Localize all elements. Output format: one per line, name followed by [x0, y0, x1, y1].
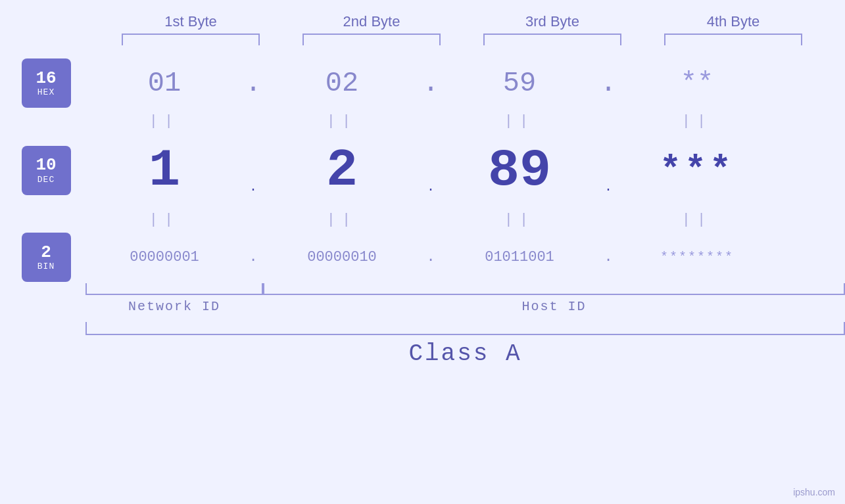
eq1-b1: ||	[85, 113, 243, 129]
network-bracket	[85, 283, 263, 295]
eq1-b4: ||	[618, 113, 776, 129]
badges-column: 16 HEX 10 DEC 2 BIN	[0, 58, 85, 282]
dec-badge: 10 DEC	[22, 146, 71, 195]
eq1-b3: ||	[441, 113, 598, 129]
dec-dot-3: .	[598, 179, 618, 206]
main-container: 1st Byte 2nd Byte 3rd Byte 4th Byte 16 H…	[0, 0, 845, 504]
bin-b4: ********	[618, 250, 776, 265]
hex-b4: **	[618, 68, 776, 99]
bracket-top-4	[664, 34, 802, 45]
bin-dot-2: .	[421, 249, 441, 265]
bin-dot-1: .	[243, 249, 263, 265]
bracket-top-2	[302, 34, 441, 45]
host-bracket	[263, 283, 845, 295]
dec-badge-num: 10	[36, 156, 56, 175]
byte4-header: 4th Byte	[654, 13, 812, 30]
dec-b2: 2	[263, 141, 421, 200]
bin-badge-label: BIN	[37, 262, 55, 271]
dec-b4: ***	[618, 150, 776, 191]
hex-badge-num: 16	[36, 69, 56, 88]
bin-badge-wrapper: 2 BIN	[7, 233, 85, 282]
bin-badge: 2 BIN	[22, 233, 71, 282]
network-id-label: Network ID	[85, 299, 263, 314]
host-id-label: Host ID	[263, 299, 845, 314]
hex-b2: 02	[263, 68, 421, 99]
byte2-header: 2nd Byte	[293, 13, 450, 30]
bottom-brackets	[85, 283, 845, 295]
bin-b1: 00000001	[85, 249, 243, 265]
hex-data-row: 01 . 02 . 59 . **	[85, 58, 845, 108]
bottom-section: Network ID Host ID Class A	[85, 283, 845, 367]
hex-badge-wrapper: 16 HEX	[7, 58, 85, 108]
bin-data-row: 00000001 . 00000010 . 01011001 . *******…	[85, 233, 845, 282]
bin-badge-num: 2	[41, 243, 51, 262]
dec-data-row: 1 . 2 . 89 . ***	[85, 134, 845, 206]
top-brackets	[101, 34, 824, 45]
spacer-1	[7, 108, 85, 134]
dec-dot-1: .	[243, 179, 263, 206]
bracket-top-3	[483, 34, 621, 45]
byte1-header: 1st Byte	[112, 13, 270, 30]
hex-badge: 16 HEX	[22, 58, 71, 108]
watermark: ipshu.com	[793, 487, 835, 497]
equals-row-2: || || || ||	[85, 206, 845, 233]
byte3-header: 3rd Byte	[473, 13, 631, 30]
dec-b1: 1	[85, 141, 243, 200]
eq2-b2: ||	[263, 212, 421, 228]
dec-badge-label: DEC	[37, 175, 55, 185]
hex-dot-1: .	[243, 68, 263, 99]
class-label: Class A	[85, 340, 845, 367]
class-bracket	[85, 322, 845, 335]
id-labels: Network ID Host ID	[85, 299, 845, 314]
eq2-b4: ||	[618, 212, 776, 228]
bin-dot-3: .	[598, 249, 618, 265]
eq1-b2: ||	[263, 113, 421, 129]
bin-b2: 00000010	[263, 249, 421, 265]
bin-b3: 01011001	[441, 249, 598, 265]
eq2-b1: ||	[85, 212, 243, 228]
bracket-top-1	[122, 34, 260, 45]
dec-badge-wrapper: 10 DEC	[7, 134, 85, 206]
hex-dot-2: .	[421, 68, 441, 99]
dec-b3: 89	[441, 141, 598, 200]
hex-dot-3: .	[598, 68, 618, 99]
hex-badge-label: HEX	[37, 87, 55, 97]
hex-b1: 01	[85, 68, 243, 99]
eq2-b3: ||	[441, 212, 598, 228]
equals-row-1: || || || ||	[85, 108, 845, 134]
data-rows: 01 . 02 . 59 . ** || || || || 1 .	[85, 58, 845, 282]
hex-b3: 59	[441, 68, 598, 99]
byte-headers-row: 1st Byte 2nd Byte 3rd Byte 4th Byte	[101, 13, 824, 30]
data-section: 16 HEX 10 DEC 2 BIN	[0, 58, 845, 282]
dec-dot-2: .	[421, 179, 441, 206]
spacer-2	[7, 206, 85, 233]
